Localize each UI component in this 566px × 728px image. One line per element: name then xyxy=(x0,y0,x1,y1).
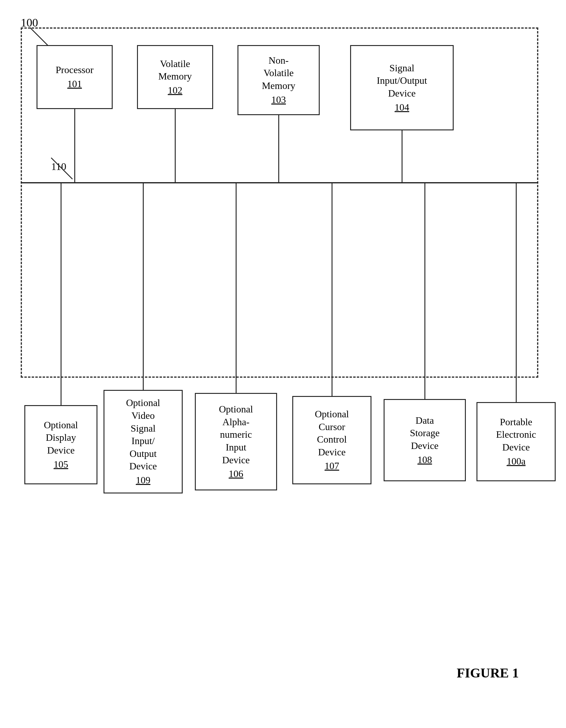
vline-portable xyxy=(516,183,517,402)
signal-io-number: 104 xyxy=(394,101,409,114)
nonvolatile-memory-number: 103 xyxy=(271,94,286,106)
data-storage-number: 108 xyxy=(417,454,432,466)
optional-cursor-number: 107 xyxy=(324,460,339,472)
optional-display-label: OptionalDisplayDevice xyxy=(44,419,78,457)
figure-label: FIGURE 1 xyxy=(457,665,519,681)
nonvolatile-memory-label: Non-VolatileMemory xyxy=(262,54,295,92)
volatile-memory-box: VolatileMemory 102 xyxy=(137,45,213,109)
portable-electronic-box: PortableElectronicDevice 100a xyxy=(476,402,556,481)
data-storage-box: DataStorageDevice 108 xyxy=(384,399,466,481)
data-storage-label: DataStorageDevice xyxy=(410,414,440,452)
page: 100 110 Processor 101 VolatileMemory 102… xyxy=(0,0,566,728)
vline-cursor xyxy=(331,183,332,396)
optional-display-box: OptionalDisplayDevice 105 xyxy=(24,405,97,484)
bus-line xyxy=(21,182,538,183)
optional-cursor-label: OptionalCursorControlDevice xyxy=(315,408,349,458)
optional-cursor-box: OptionalCursorControlDevice 107 xyxy=(292,396,371,484)
portable-electronic-number: 100a xyxy=(507,455,525,468)
arrow-110 xyxy=(48,155,79,185)
volatile-memory-number: 102 xyxy=(168,84,182,97)
processor-number: 101 xyxy=(67,78,82,90)
vline-processor xyxy=(74,109,75,183)
vline-signal-io xyxy=(401,130,402,183)
svg-line-1 xyxy=(51,158,73,179)
optional-video-label: OptionalVideoSignalInput/OutputDevice xyxy=(126,397,160,473)
portable-electronic-label: PortableElectronicDevice xyxy=(496,416,536,454)
processor-label: Processor xyxy=(56,64,94,76)
vline-video xyxy=(143,183,144,390)
optional-alpha-box: OptionalAlpha-numericInputDevice 106 xyxy=(195,393,277,490)
vline-storage xyxy=(424,183,425,399)
optional-video-box: OptionalVideoSignalInput/OutputDevice 10… xyxy=(104,390,183,493)
volatile-memory-label: VolatileMemory xyxy=(158,58,192,83)
vline-volatile xyxy=(175,109,176,183)
vline-alpha xyxy=(236,183,237,393)
vline-nonvolatile xyxy=(278,115,279,183)
nonvolatile-memory-box: Non-VolatileMemory 103 xyxy=(238,45,320,115)
optional-video-number: 109 xyxy=(136,474,150,487)
optional-alpha-label: OptionalAlpha-numericInputDevice xyxy=(219,403,253,466)
vline-display xyxy=(61,183,62,405)
signal-io-box: SignalInput/OutputDevice 104 xyxy=(350,45,454,130)
signal-io-label: SignalInput/OutputDevice xyxy=(377,62,427,100)
processor-box: Processor 101 xyxy=(37,45,113,109)
optional-display-number: 105 xyxy=(54,458,68,471)
optional-alpha-number: 106 xyxy=(229,468,243,480)
